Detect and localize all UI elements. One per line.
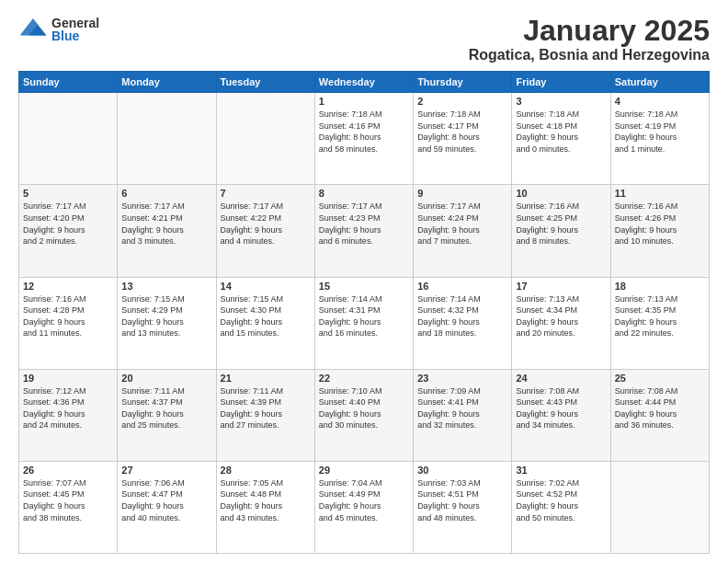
calendar-cell: 31Sunrise: 7:02 AM Sunset: 4:52 PM Dayli… <box>512 461 610 553</box>
day-number: 21 <box>221 373 311 384</box>
day-number: 31 <box>516 465 606 476</box>
day-info: Sunrise: 7:06 AM Sunset: 4:47 PM Dayligh… <box>121 477 211 523</box>
day-info: Sunrise: 7:17 AM Sunset: 4:21 PM Dayligh… <box>121 201 211 247</box>
day-info: Sunrise: 7:18 AM Sunset: 4:18 PM Dayligh… <box>516 109 606 155</box>
calendar-cell: 16Sunrise: 7:14 AM Sunset: 4:32 PM Dayli… <box>414 277 512 369</box>
page: General Blue January 2025 Rogatica, Bosn… <box>0 0 728 563</box>
day-number: 24 <box>516 373 606 384</box>
day-number: 7 <box>221 188 311 199</box>
calendar-cell: 5Sunrise: 7:17 AM Sunset: 4:20 PM Daylig… <box>19 185 118 277</box>
day-number: 22 <box>319 373 409 384</box>
day-number: 19 <box>23 373 113 384</box>
day-info: Sunrise: 7:15 AM Sunset: 4:29 PM Dayligh… <box>121 293 211 339</box>
day-info: Sunrise: 7:05 AM Sunset: 4:48 PM Dayligh… <box>221 477 311 523</box>
day-number: 23 <box>417 373 507 384</box>
day-info: Sunrise: 7:02 AM Sunset: 4:52 PM Dayligh… <box>516 477 606 523</box>
day-info: Sunrise: 7:13 AM Sunset: 4:34 PM Dayligh… <box>516 293 606 339</box>
calendar-cell: 15Sunrise: 7:14 AM Sunset: 4:31 PM Dayli… <box>314 277 413 369</box>
day-info: Sunrise: 7:14 AM Sunset: 4:31 PM Dayligh… <box>319 293 409 339</box>
calendar-cell: 13Sunrise: 7:15 AM Sunset: 4:29 PM Dayli… <box>118 277 216 369</box>
day-info: Sunrise: 7:03 AM Sunset: 4:51 PM Dayligh… <box>417 477 507 523</box>
day-number: 17 <box>516 281 606 292</box>
day-info: Sunrise: 7:11 AM Sunset: 4:37 PM Dayligh… <box>121 385 211 431</box>
weekday-header-row: SundayMondayTuesdayWednesdayThursdayFrid… <box>19 72 710 93</box>
day-info: Sunrise: 7:10 AM Sunset: 4:40 PM Dayligh… <box>319 385 409 431</box>
calendar-cell: 1Sunrise: 7:18 AM Sunset: 4:16 PM Daylig… <box>314 93 413 185</box>
day-info: Sunrise: 7:11 AM Sunset: 4:39 PM Dayligh… <box>221 385 311 431</box>
calendar-cell: 19Sunrise: 7:12 AM Sunset: 4:36 PM Dayli… <box>19 369 118 461</box>
day-number: 16 <box>417 281 507 292</box>
day-number: 28 <box>221 465 311 476</box>
day-number: 6 <box>121 188 211 199</box>
calendar-cell: 2Sunrise: 7:18 AM Sunset: 4:17 PM Daylig… <box>414 93 512 185</box>
day-number: 12 <box>23 281 113 292</box>
calendar-cell: 21Sunrise: 7:11 AM Sunset: 4:39 PM Dayli… <box>216 369 314 461</box>
day-info: Sunrise: 7:18 AM Sunset: 4:16 PM Dayligh… <box>319 109 409 155</box>
calendar-cell: 14Sunrise: 7:15 AM Sunset: 4:30 PM Dayli… <box>216 277 314 369</box>
day-number: 20 <box>121 373 211 384</box>
day-info: Sunrise: 7:18 AM Sunset: 4:19 PM Dayligh… <box>615 109 705 155</box>
calendar-cell: 29Sunrise: 7:04 AM Sunset: 4:49 PM Dayli… <box>314 461 413 553</box>
calendar-cell <box>19 93 118 185</box>
day-info: Sunrise: 7:17 AM Sunset: 4:22 PM Dayligh… <box>221 201 311 247</box>
day-info: Sunrise: 7:14 AM Sunset: 4:32 PM Dayligh… <box>417 293 507 339</box>
day-info: Sunrise: 7:07 AM Sunset: 4:45 PM Dayligh… <box>23 477 113 523</box>
logo-icon <box>18 15 48 44</box>
day-info: Sunrise: 7:12 AM Sunset: 4:36 PM Dayligh… <box>23 385 113 431</box>
day-number: 2 <box>417 96 507 107</box>
calendar-cell: 18Sunrise: 7:13 AM Sunset: 4:35 PM Dayli… <box>610 277 709 369</box>
weekday-header-tuesday: Tuesday <box>216 72 314 93</box>
main-title: January 2025 <box>469 15 710 47</box>
day-info: Sunrise: 7:08 AM Sunset: 4:43 PM Dayligh… <box>516 385 606 431</box>
day-number: 14 <box>221 281 311 292</box>
logo-text: General Blue <box>51 17 99 42</box>
header: General Blue January 2025 Rogatica, Bosn… <box>18 15 710 63</box>
day-info: Sunrise: 7:17 AM Sunset: 4:24 PM Dayligh… <box>417 201 507 247</box>
week-row-5: 26Sunrise: 7:07 AM Sunset: 4:45 PM Dayli… <box>19 461 710 553</box>
day-info: Sunrise: 7:17 AM Sunset: 4:23 PM Dayligh… <box>319 201 409 247</box>
calendar-cell: 22Sunrise: 7:10 AM Sunset: 4:40 PM Dayli… <box>314 369 413 461</box>
day-number: 26 <box>23 465 113 476</box>
weekday-header-friday: Friday <box>512 72 610 93</box>
day-number: 5 <box>23 188 113 199</box>
logo: General Blue <box>18 15 99 44</box>
calendar-cell: 12Sunrise: 7:16 AM Sunset: 4:28 PM Dayli… <box>19 277 118 369</box>
day-number: 4 <box>615 96 705 107</box>
day-info: Sunrise: 7:16 AM Sunset: 4:25 PM Dayligh… <box>516 201 606 247</box>
day-number: 30 <box>417 465 507 476</box>
calendar-cell: 24Sunrise: 7:08 AM Sunset: 4:43 PM Dayli… <box>512 369 610 461</box>
day-number: 1 <box>319 96 409 107</box>
calendar-cell: 6Sunrise: 7:17 AM Sunset: 4:21 PM Daylig… <box>118 185 216 277</box>
day-number: 29 <box>319 465 409 476</box>
calendar-cell: 28Sunrise: 7:05 AM Sunset: 4:48 PM Dayli… <box>216 461 314 553</box>
subtitle: Rogatica, Bosnia and Herzegovina <box>469 47 710 63</box>
day-info: Sunrise: 7:17 AM Sunset: 4:20 PM Dayligh… <box>23 201 113 247</box>
calendar-cell: 10Sunrise: 7:16 AM Sunset: 4:25 PM Dayli… <box>512 185 610 277</box>
week-row-1: 1Sunrise: 7:18 AM Sunset: 4:16 PM Daylig… <box>19 93 710 185</box>
calendar-cell <box>118 93 216 185</box>
weekday-header-saturday: Saturday <box>610 72 709 93</box>
day-info: Sunrise: 7:04 AM Sunset: 4:49 PM Dayligh… <box>319 477 409 523</box>
day-info: Sunrise: 7:13 AM Sunset: 4:35 PM Dayligh… <box>615 293 705 339</box>
calendar-cell: 9Sunrise: 7:17 AM Sunset: 4:24 PM Daylig… <box>414 185 512 277</box>
day-info: Sunrise: 7:09 AM Sunset: 4:41 PM Dayligh… <box>417 385 507 431</box>
day-info: Sunrise: 7:16 AM Sunset: 4:28 PM Dayligh… <box>23 293 113 339</box>
weekday-header-sunday: Sunday <box>19 72 118 93</box>
day-number: 3 <box>516 96 606 107</box>
day-info: Sunrise: 7:15 AM Sunset: 4:30 PM Dayligh… <box>221 293 311 339</box>
day-number: 18 <box>615 281 705 292</box>
calendar-cell: 8Sunrise: 7:17 AM Sunset: 4:23 PM Daylig… <box>314 185 413 277</box>
calendar-cell: 30Sunrise: 7:03 AM Sunset: 4:51 PM Dayli… <box>414 461 512 553</box>
weekday-header-monday: Monday <box>118 72 216 93</box>
calendar-cell <box>610 461 709 553</box>
calendar-cell: 4Sunrise: 7:18 AM Sunset: 4:19 PM Daylig… <box>610 93 709 185</box>
calendar-table: SundayMondayTuesdayWednesdayThursdayFrid… <box>18 71 710 554</box>
day-number: 25 <box>615 373 705 384</box>
calendar-cell <box>216 93 314 185</box>
day-number: 10 <box>516 188 606 199</box>
day-number: 27 <box>121 465 211 476</box>
calendar-cell: 11Sunrise: 7:16 AM Sunset: 4:26 PM Dayli… <box>610 185 709 277</box>
week-row-3: 12Sunrise: 7:16 AM Sunset: 4:28 PM Dayli… <box>19 277 710 369</box>
calendar-cell: 23Sunrise: 7:09 AM Sunset: 4:41 PM Dayli… <box>414 369 512 461</box>
week-row-2: 5Sunrise: 7:17 AM Sunset: 4:20 PM Daylig… <box>19 185 710 277</box>
